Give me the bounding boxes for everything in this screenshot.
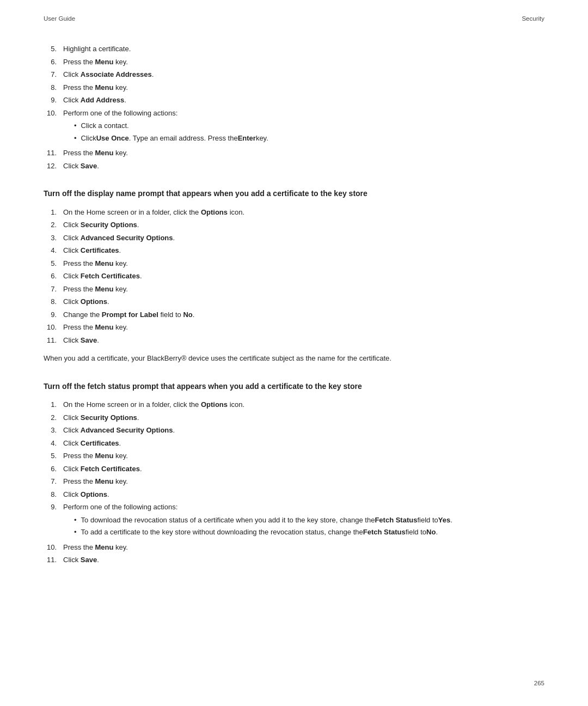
list-item: 4.Click Certificates. <box>44 438 544 449</box>
list-item-number: 4. <box>44 438 63 449</box>
list-item-content: Perform one of the following actions:Cli… <box>63 108 544 146</box>
bullet-item: To download the revocation status of a c… <box>74 515 544 526</box>
list-item: 7.Click Associate Addresses. <box>44 69 544 80</box>
list-item-content: Press the Menu key. <box>63 451 544 461</box>
header-left: User Guide <box>44 15 75 22</box>
list-item: 11.Click Save. <box>44 335 544 346</box>
list-item-number: 12. <box>44 161 63 172</box>
list-item-number: 9. <box>44 95 63 106</box>
list-item: 1.On the Home screen or in a folder, cli… <box>44 207 544 218</box>
list-item-content: Change the Prompt for Label field to No. <box>63 309 544 320</box>
section1-heading: Turn off the display name prompt that ap… <box>44 188 544 199</box>
list-item-number: 1. <box>44 207 63 218</box>
list-item: 11.Press the Menu key. <box>44 148 544 159</box>
list-item-content: Click Save. <box>63 161 544 172</box>
list-item: 12.Click Save. <box>44 161 544 172</box>
page-header: User Guide Security <box>44 15 544 22</box>
list-item: 8.Click Options. <box>44 296 544 307</box>
list-item-content: Click Save. <box>63 555 544 565</box>
header-right: Security <box>522 15 544 22</box>
list-item-number: 5. <box>44 451 63 461</box>
section1-list: 1.On the Home screen or in a folder, cli… <box>44 207 544 346</box>
list-item-content: Highlight a certificate. <box>63 44 544 54</box>
list-item: 6.Click Fetch Certificates. <box>44 271 544 282</box>
list-item-content: Press the Menu key. <box>63 322 544 333</box>
list-item-number: 10. <box>44 322 63 333</box>
list-item-number: 11. <box>44 555 63 565</box>
list-item: 9.Click Add Address. <box>44 95 544 106</box>
list-item-content: Click Security Options. <box>63 412 544 423</box>
list-item-number: 8. <box>44 296 63 307</box>
list-item-content: Perform one of the following actions:To … <box>63 502 544 540</box>
list-item-content: Press the Menu key. <box>63 284 544 295</box>
section1: Turn off the display name prompt that ap… <box>44 188 544 364</box>
list-item: 8.Press the Menu key. <box>44 82 544 93</box>
list-item-content: Press the Menu key. <box>63 476 544 487</box>
list-item-content: On the Home screen or in a folder, click… <box>63 207 544 218</box>
list-item: 2.Click Security Options. <box>44 220 544 230</box>
list-item-number: 3. <box>44 233 63 244</box>
list-item: 5.Press the Menu key. <box>44 451 544 461</box>
list-item-content: Click Associate Addresses. <box>63 69 544 80</box>
list-item-number: 5. <box>44 258 63 269</box>
list-item-number: 2. <box>44 220 63 230</box>
list-item-content: Click Advanced Security Options. <box>63 233 544 244</box>
list-item-content: Click Fetch Certificates. <box>63 271 544 282</box>
list-item: 2.Click Security Options. <box>44 412 544 423</box>
list-item-content: Press the Menu key. <box>63 57 544 68</box>
list-item: 9.Change the Prompt for Label field to N… <box>44 309 544 320</box>
list-item-number: 9. <box>44 309 63 320</box>
list-item-content: Click Options. <box>63 296 544 307</box>
list-item-content: Press the Menu key. <box>63 542 544 553</box>
list-item: 10.Press the Menu key. <box>44 542 544 553</box>
list-item-number: 1. <box>44 399 63 410</box>
list-item-number: 8. <box>44 82 63 93</box>
list-item-content: Press the Menu key. <box>63 258 544 269</box>
list-item-content: Press the Menu key. <box>63 148 544 159</box>
list-item-content: Click Fetch Certificates. <box>63 464 544 474</box>
list-item-content: Click Save. <box>63 335 544 346</box>
list-item-number: 11. <box>44 335 63 346</box>
section2-list: 1.On the Home screen or in a folder, cli… <box>44 399 544 565</box>
list-item-number: 7. <box>44 476 63 487</box>
list-item: 6.Press the Menu key. <box>44 57 544 68</box>
list-item-number: 6. <box>44 57 63 68</box>
list-item-number: 4. <box>44 245 63 256</box>
list-item-content: Click Advanced Security Options. <box>63 425 544 436</box>
list-item-content: Click Certificates. <box>63 438 544 449</box>
list-item: 4.Click Certificates. <box>44 245 544 256</box>
list-item: 3.Click Advanced Security Options. <box>44 233 544 244</box>
bullet-item: To add a certificate to the key store wi… <box>74 527 544 538</box>
section1-note: When you add a certificate, your BlackBe… <box>44 353 544 364</box>
list-item-number: 2. <box>44 412 63 423</box>
list-item: 1.On the Home screen or in a folder, cli… <box>44 399 544 410</box>
list-item-content: Click Security Options. <box>63 220 544 230</box>
list-item-content: Press the Menu key. <box>63 82 544 93</box>
section2: Turn off the fetch status prompt that ap… <box>44 381 544 565</box>
list-item-number: 11. <box>44 148 63 159</box>
list-item-number: 7. <box>44 284 63 295</box>
page-content: 5.Highlight a certificate.6.Press the Me… <box>44 44 544 565</box>
bullet-item: Click a contact. <box>74 120 544 131</box>
list-item-number: 5. <box>44 44 63 54</box>
list-item: 10.Press the Menu key. <box>44 322 544 333</box>
list-item-number: 10. <box>44 542 63 553</box>
list-item: 5.Press the Menu key. <box>44 258 544 269</box>
list-item-content: Click Certificates. <box>63 245 544 256</box>
bullet-item: Click Use Once. Type an email address. P… <box>74 133 544 144</box>
list-item-number: 8. <box>44 489 63 500</box>
section2-heading: Turn off the fetch status prompt that ap… <box>44 381 544 392</box>
list-item: 7.Press the Menu key. <box>44 284 544 295</box>
list-item-content: Click Options. <box>63 489 544 500</box>
bullet-list: To download the revocation status of a c… <box>63 515 544 538</box>
list-item-number: 3. <box>44 425 63 436</box>
list-item-number: 9. <box>44 502 63 540</box>
list-item-number: 6. <box>44 464 63 474</box>
list-item-number: 6. <box>44 271 63 282</box>
list-item: 5.Highlight a certificate. <box>44 44 544 54</box>
list-item-content: On the Home screen or in a folder, click… <box>63 399 544 410</box>
bullet-list: Click a contact.Click Use Once. Type an … <box>63 120 544 143</box>
page-number: 265 <box>534 680 544 686</box>
list-item-content: Click Add Address. <box>63 95 544 106</box>
list-item: 7.Press the Menu key. <box>44 476 544 487</box>
